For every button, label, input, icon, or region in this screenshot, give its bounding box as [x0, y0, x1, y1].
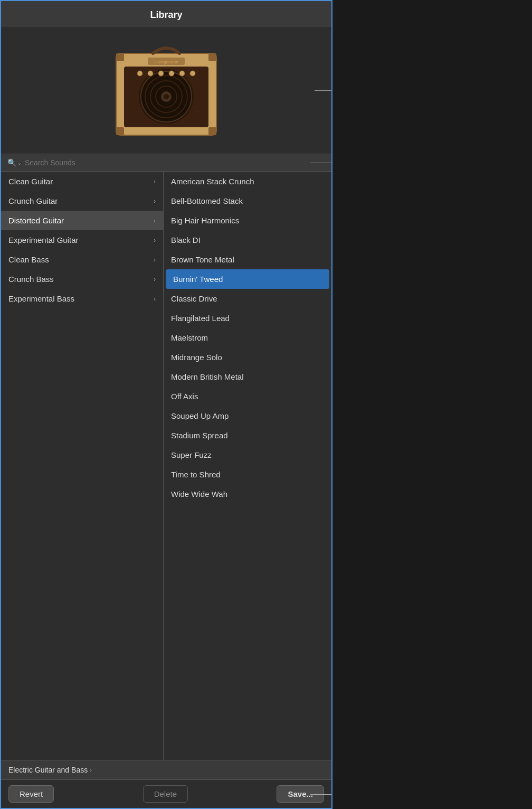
right-list-item[interactable]: Maelstrom [164, 328, 331, 347]
left-item-label: Distorted Guitar [8, 216, 64, 225]
svg-rect-11 [116, 127, 124, 135]
left-list-item[interactable]: Experimental Guitar› [1, 230, 163, 250]
breadcrumb-bar[interactable]: Electric Guitar and Bass › [1, 760, 331, 779]
right-list-item[interactable]: Big Hair Harmonics [164, 211, 331, 230]
amp-image: GarageBand [108, 37, 224, 143]
library-title: Library [1, 1, 331, 27]
right-item-label: Maelstrom [171, 333, 208, 342]
bottom-buttons: Revert Delete Save... [1, 779, 331, 808]
left-list-item[interactable]: Clean Bass› [1, 250, 163, 269]
left-list-item[interactable]: Experimental Bass› [1, 289, 163, 308]
delete-button[interactable]: Delete [143, 785, 188, 803]
right-chevron-icon: › [154, 237, 156, 244]
right-item-label: Burnin' Tweed [173, 275, 223, 284]
right-panel [332, 0, 532, 809]
svg-rect-10 [208, 53, 216, 61]
right-list-item[interactable]: Brown Tone Metal [164, 250, 331, 269]
right-list-item[interactable]: Bell-Bottomed Stack [164, 191, 331, 211]
right-list-item[interactable]: Off Axis [164, 387, 331, 406]
left-item-label: Experimental Bass [8, 294, 74, 303]
left-list-item[interactable]: Crunch Guitar› [1, 191, 163, 211]
search-icon: 🔍 ⌄ [7, 158, 22, 167]
right-list-item[interactable]: Wide Wide Wah [164, 484, 331, 504]
right-item-label: Super Fuzz [171, 450, 212, 459]
right-chevron-icon: › [154, 178, 156, 185]
svg-point-20 [190, 71, 195, 76]
right-chevron-icon: › [154, 217, 156, 224]
amp-illustration: GarageBand [108, 37, 224, 143]
right-list-item[interactable]: American Stack Crunch [164, 172, 331, 191]
right-item-label: Classic Drive [171, 294, 217, 303]
svg-point-19 [179, 71, 185, 76]
svg-point-17 [158, 71, 164, 76]
right-list-item[interactable]: Midrange Solo [164, 347, 331, 367]
right-item-label: Stadium Spread [171, 431, 228, 440]
svg-point-18 [169, 71, 174, 76]
right-item-label: Flangilated Lead [171, 314, 230, 323]
right-list-item[interactable]: Classic Drive [164, 289, 331, 308]
right-item-label: American Stack Crunch [171, 177, 254, 186]
right-list-item[interactable]: Super Fuzz [164, 445, 331, 465]
right-item-label: Brown Tone Metal [171, 255, 234, 264]
library-panel: Library [0, 0, 332, 809]
right-chevron-icon: › [154, 256, 156, 264]
right-item-label: Wide Wide Wah [171, 490, 227, 498]
search-chevron-icon: ⌄ [17, 160, 22, 166]
right-list-item[interactable]: Stadium Spread [164, 426, 331, 445]
svg-point-15 [137, 71, 142, 76]
left-item-label: Clean Guitar [8, 177, 53, 186]
left-item-label: Crunch Bass [8, 275, 54, 284]
right-list-item[interactable]: Souped Up Amp [164, 406, 331, 426]
search-input[interactable] [25, 158, 325, 167]
right-list-item[interactable]: Flangilated Lead [164, 308, 331, 328]
svg-point-16 [148, 71, 153, 76]
right-chevron-icon: › [154, 197, 156, 205]
svg-rect-9 [116, 53, 124, 61]
right-list-item[interactable]: Black DI [164, 230, 331, 250]
right-item-label: Black DI [171, 236, 201, 244]
amp-image-area: GarageBand [1, 27, 331, 154]
amp-connector-line [315, 90, 331, 91]
right-item-label: Midrange Solo [171, 353, 222, 362]
left-item-label: Clean Bass [8, 255, 49, 264]
left-list-item[interactable]: Crunch Bass› [1, 269, 163, 289]
right-column: American Stack CrunchBell-Bottomed Stack… [164, 172, 331, 760]
right-item-label: Modern British Metal [171, 372, 244, 381]
breadcrumb-chevron: › [90, 767, 92, 773]
right-list-item[interactable]: Modern British Metal [164, 367, 331, 387]
right-item-label: Big Hair Harmonics [171, 216, 239, 225]
right-item-label: Souped Up Amp [171, 411, 229, 420]
right-chevron-icon: › [154, 276, 156, 283]
search-connector-line [310, 163, 331, 163]
right-chevron-icon: › [154, 295, 156, 303]
left-column: Clean Guitar›Crunch Guitar›Distorted Gui… [1, 172, 164, 760]
right-item-label: Off Axis [171, 392, 198, 401]
left-item-label: Crunch Guitar [8, 196, 58, 205]
left-item-label: Experimental Guitar [8, 236, 79, 244]
breadcrumb-text: Electric Guitar and Bass [8, 766, 88, 774]
left-list-item[interactable]: Clean Guitar› [1, 172, 163, 191]
magnifier-icon: 🔍 [7, 158, 16, 167]
left-list-item[interactable]: Distorted Guitar› [1, 211, 163, 230]
lists-container: Clean Guitar›Crunch Guitar›Distorted Gui… [1, 172, 331, 760]
search-bar[interactable]: 🔍 ⌄ [1, 154, 331, 172]
revert-button[interactable]: Revert [8, 785, 54, 803]
right-item-label: Bell-Bottomed Stack [171, 196, 243, 205]
save-connector-line [310, 794, 331, 795]
svg-rect-12 [208, 127, 216, 135]
right-list-item[interactable]: Time to Shred [164, 465, 331, 484]
svg-text:GarageBand: GarageBand [154, 60, 178, 64]
right-list-item[interactable]: Burnin' Tweed [166, 269, 329, 289]
right-item-label: Time to Shred [171, 470, 221, 479]
svg-point-8 [164, 94, 169, 99]
